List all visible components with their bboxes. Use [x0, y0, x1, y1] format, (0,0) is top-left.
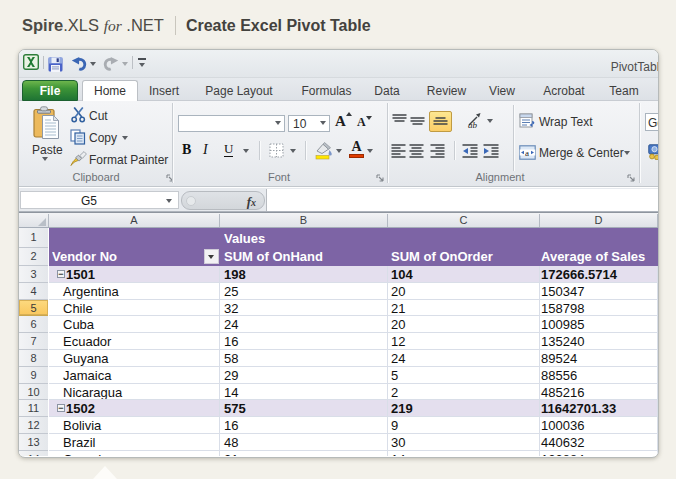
svg-text:ab: ab: [468, 120, 478, 129]
svg-text:a: a: [525, 148, 529, 158]
